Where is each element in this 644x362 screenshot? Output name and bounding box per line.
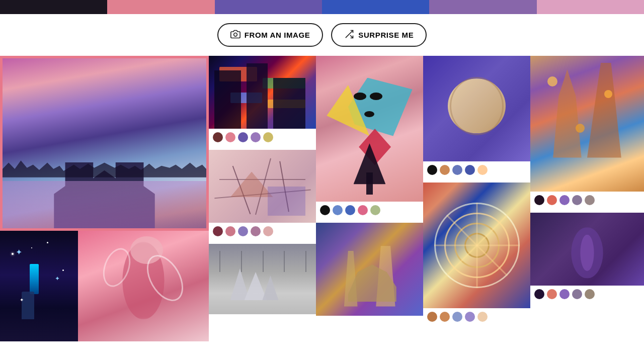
strip-seg-3 (215, 0, 322, 14)
swatch[interactable] (547, 195, 557, 205)
swatch[interactable] (572, 289, 582, 299)
gallery-item-colorful-art[interactable] (316, 56, 423, 219)
swatch[interactable] (465, 165, 475, 175)
swatch[interactable] (585, 195, 595, 205)
gallery-item-dance[interactable] (78, 231, 209, 341)
strip-seg-4 (322, 0, 429, 14)
purple-scene-swatches (530, 286, 644, 303)
tapestry-swatches (530, 192, 644, 209)
gallery-item-purple-scene[interactable] (530, 213, 644, 303)
swatch[interactable] (213, 226, 223, 236)
col-1 (209, 56, 316, 341)
geometric-swatches (209, 223, 316, 240)
swatch[interactable] (452, 312, 462, 322)
swatch[interactable] (320, 205, 330, 215)
swatch[interactable] (572, 195, 582, 205)
swatch[interactable] (477, 312, 488, 322)
swatch[interactable] (585, 289, 595, 299)
swatch[interactable] (225, 132, 235, 142)
city-swatches (209, 129, 316, 146)
swatch[interactable] (370, 205, 380, 215)
camera-icon (230, 29, 240, 41)
swatch[interactable] (427, 312, 437, 322)
swatch[interactable] (559, 289, 570, 299)
col-3 (423, 56, 530, 341)
swatch[interactable] (559, 195, 570, 205)
surprise-me-label: SURPRISE ME (358, 31, 414, 39)
top-toolbar: FROM AN IMAGE SURPRISE ME (0, 14, 644, 56)
color-strip (0, 0, 644, 14)
from-image-label: FROM AN IMAGE (245, 31, 310, 39)
swatch[interactable] (534, 289, 544, 299)
gallery-item-mandala[interactable] (423, 183, 530, 325)
colorful-art-swatches (316, 202, 423, 219)
gallery-item-geometric[interactable] (209, 150, 316, 240)
gallery-item-city[interactable] (209, 56, 316, 146)
from-image-button[interactable]: FROM AN IMAGE (217, 23, 324, 47)
gallery-item-sunset[interactable] (0, 56, 209, 231)
shell-swatches (423, 161, 530, 178)
swatch[interactable] (238, 132, 248, 142)
gallery-item-tapestry[interactable] (530, 56, 644, 209)
svg-point-0 (233, 33, 237, 37)
surprise-me-button[interactable]: SURPRISE ME (331, 23, 427, 47)
swatch[interactable] (427, 165, 437, 175)
strip-seg-1 (0, 0, 107, 14)
swatch[interactable] (213, 132, 223, 142)
swatch[interactable] (251, 226, 261, 236)
strip-seg-6 (537, 0, 644, 14)
swatch[interactable] (251, 132, 261, 142)
swatch[interactable] (225, 226, 235, 236)
swatch[interactable] (452, 165, 462, 175)
swatch[interactable] (477, 165, 488, 175)
col-4 (530, 56, 644, 341)
col-2 (316, 56, 423, 341)
swatch[interactable] (333, 205, 343, 215)
swatch[interactable] (547, 289, 557, 299)
gallery-item-mythology[interactable] (316, 223, 423, 316)
col-left: ✦ ✦ ✦ (0, 56, 209, 341)
strip-seg-2 (107, 0, 214, 14)
shuffle-icon (344, 29, 354, 41)
gallery: ✦ ✦ ✦ (0, 56, 644, 341)
swatch[interactable] (465, 312, 475, 322)
swatch[interactable] (440, 165, 450, 175)
swatch[interactable] (358, 205, 368, 215)
swatch[interactable] (534, 195, 544, 205)
mandala-swatches (423, 308, 530, 325)
col-left-bottom: ✦ ✦ ✦ (0, 231, 209, 341)
swatch[interactable] (238, 226, 248, 236)
strip-seg-5 (429, 0, 536, 14)
gallery-item-shell[interactable] (423, 56, 530, 178)
gallery-item-opera[interactable] (209, 244, 316, 314)
swatch[interactable] (263, 226, 273, 236)
gallery-item-space[interactable]: ✦ ✦ ✦ (0, 231, 78, 341)
swatch[interactable] (440, 312, 450, 322)
swatch[interactable] (345, 205, 355, 215)
swatch[interactable] (263, 132, 273, 142)
